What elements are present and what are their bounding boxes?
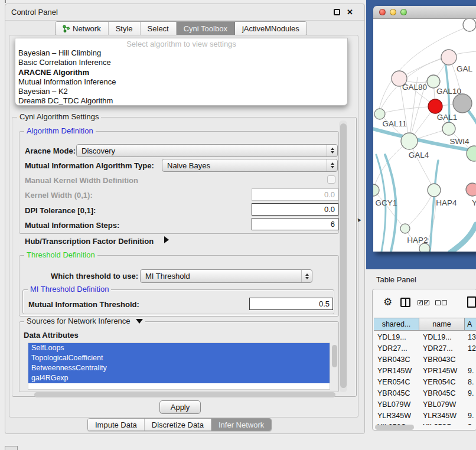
dpi-tolerance-field[interactable]: 0.0	[252, 203, 338, 216]
apply-button[interactable]: Apply	[159, 400, 201, 414]
data-attributes-list[interactable]: SelfLoops TopologicalCoefficient Between…	[28, 343, 330, 390]
table-row[interactable]: YDR27...YDR27...12	[373, 343, 476, 354]
kernel-width-field[interactable]: 0.0	[252, 188, 338, 201]
node-red-selected[interactable]	[428, 99, 442, 113]
node-y-partial[interactable]	[466, 183, 476, 196]
list-item[interactable]: TopologicalCoefficient	[28, 353, 330, 363]
list-item[interactable]: SelfLoops	[28, 343, 330, 353]
which-threshold-value: MI Threshold	[141, 272, 301, 281]
cell: YDR27...	[423, 344, 453, 353]
table-row[interactable]: YBL079WYBL079W	[373, 399, 476, 410]
cell: 9.	[468, 389, 474, 397]
table-row[interactable]: YPR145WYPR145W9.	[373, 366, 476, 377]
node-bottom[interactable]	[419, 243, 430, 252]
unchecked-box-icon	[442, 300, 447, 305]
title-divider	[5, 20, 364, 21]
hub-definition-label: Hub/Transcription Factor Definition	[25, 237, 154, 246]
which-threshold-combo[interactable]: MI Threshold	[140, 269, 312, 283]
menu-item[interactable]: Basic Correlation Inference	[15, 58, 347, 67]
menu-item[interactable]: Dream8 DC_TDC Algorithm	[15, 96, 347, 106]
mi-type-combo[interactable]: Naive Bayes	[162, 159, 338, 172]
cell: YBR043C	[377, 356, 410, 364]
list-item[interactable]: gal4RGexp	[28, 373, 330, 383]
tab-impute-data[interactable]: Impute Data	[88, 419, 145, 431]
columns-icon[interactable]	[400, 298, 410, 307]
collapsed-panel-handle[interactable]	[5, 446, 18, 450]
menu-item[interactable]: Bayesian – Hill Climbing	[15, 48, 347, 58]
table-row[interactable]: YLR345WYLR345W9.	[373, 410, 476, 422]
tab-select[interactable]: Select	[141, 22, 177, 35]
list-item[interactable]: BetweennessCentrality	[28, 363, 330, 373]
table-row[interactable]: YBR043CYBR043C	[373, 354, 476, 366]
node-gal4[interactable]	[401, 133, 418, 149]
tab-discretize-data[interactable]: Discretize Data	[145, 419, 211, 431]
node-hap4[interactable]	[428, 184, 441, 197]
cell: YPR145W	[377, 367, 412, 375]
manual-kernel-checkbox[interactable]	[327, 175, 335, 184]
cell: YBR043C	[423, 356, 456, 364]
combo-stepper-icon	[327, 159, 337, 171]
tab-network[interactable]: Network	[56, 22, 109, 35]
cell: YBR045C	[377, 389, 410, 397]
cell: 13	[468, 333, 476, 341]
close-icon[interactable]: ✕	[347, 8, 353, 17]
float-window-icon[interactable]	[334, 9, 340, 15]
node-unlabeled[interactable]	[463, 19, 476, 31]
network-canvas[interactable]: GAL GAL80 GAL10 GAL1 GAL11 GAL4 SWI4 GCY…	[373, 19, 476, 252]
gear-icon[interactable]: ⚙	[383, 297, 392, 307]
algorithm-dropdown-popup: Select algorithm to view settings Bayesi…	[15, 38, 348, 106]
sources-collapse-icon[interactable]	[136, 319, 143, 324]
cell: 9	[468, 423, 472, 425]
control-panel-tabbar: Network Style Select Cyni Toolbox jActiv…	[55, 21, 307, 35]
tab-cyni-toolbox[interactable]: Cyni Toolbox	[177, 22, 235, 35]
show-all-columns-icon[interactable]: ✓ ✓	[418, 300, 429, 305]
node-gal-partial[interactable]	[441, 50, 457, 65]
column-header-shared-name[interactable]: shared...	[374, 318, 419, 330]
zoom-traffic-light-icon[interactable]	[400, 9, 407, 15]
new-table-icon[interactable]	[467, 296, 476, 308]
table-header-row: shared... name A	[374, 318, 476, 331]
menu-item[interactable]: Bayesian – K2	[15, 87, 347, 96]
tab-jactivemnodules[interactable]: jActiveMNodules	[235, 22, 307, 35]
hub-expand-icon[interactable]	[164, 236, 169, 243]
checked-box-icon: ✓	[424, 300, 429, 305]
minimize-traffic-light-icon[interactable]	[390, 9, 396, 15]
hide-all-columns-icon[interactable]	[435, 300, 447, 305]
table-row[interactable]: YBR045CYBR045C9.	[373, 388, 476, 399]
apply-button-label: Apply	[171, 403, 190, 412]
node-label-y: Y	[472, 198, 476, 207]
menu-item[interactable]: Mutual Information Inference	[15, 77, 347, 87]
node-gal10-neighbor[interactable]	[427, 75, 440, 88]
network-window-titlebar[interactable]	[373, 6, 476, 19]
menu-item-selected[interactable]: ARACNE Algorithm	[15, 68, 347, 77]
settings-vscrollbar-thumb[interactable]	[340, 123, 347, 388]
table-row[interactable]: YDL19...YDL19...13	[373, 332, 476, 343]
cell: 8.	[468, 378, 474, 386]
node-gal11[interactable]	[374, 109, 385, 119]
node-hap2[interactable]	[400, 224, 410, 233]
mi-threshold-field[interactable]: 0.5	[249, 298, 333, 310]
column-header-name[interactable]: name	[419, 318, 465, 330]
data-attributes-label: Data Attributes	[24, 331, 79, 340]
network-icon	[63, 25, 70, 32]
tab-infer-network[interactable]: Infer Network	[211, 419, 271, 431]
tab-style[interactable]: Style	[109, 22, 141, 35]
node-gal10[interactable]	[453, 94, 472, 113]
cell: 9.	[468, 367, 474, 375]
column-header-partial[interactable]: A	[465, 318, 476, 330]
node-gcy1[interactable]	[373, 184, 379, 196]
aracne-mode-combo[interactable]: Discovery	[76, 144, 338, 157]
close-traffic-light-icon[interactable]	[379, 9, 386, 15]
tab-network-label: Network	[73, 24, 101, 33]
cell: YBL079W	[423, 400, 456, 409]
node-label-gal11: GAL11	[382, 119, 406, 128]
settings-hscrollbar-thumb[interactable]	[34, 392, 335, 397]
node-label-gal1: GAL1	[437, 113, 458, 122]
table-row[interactable]: YER054CYER054C8.	[373, 377, 476, 388]
node-gal1[interactable]	[442, 122, 455, 135]
attributes-vscrollbar-thumb[interactable]	[332, 345, 337, 367]
table-hscrollbar-thumb[interactable]	[375, 425, 414, 430]
cell: YER054C	[377, 378, 410, 386]
cell: YLR345W	[377, 412, 411, 420]
mi-steps-field[interactable]: 6	[252, 218, 338, 230]
